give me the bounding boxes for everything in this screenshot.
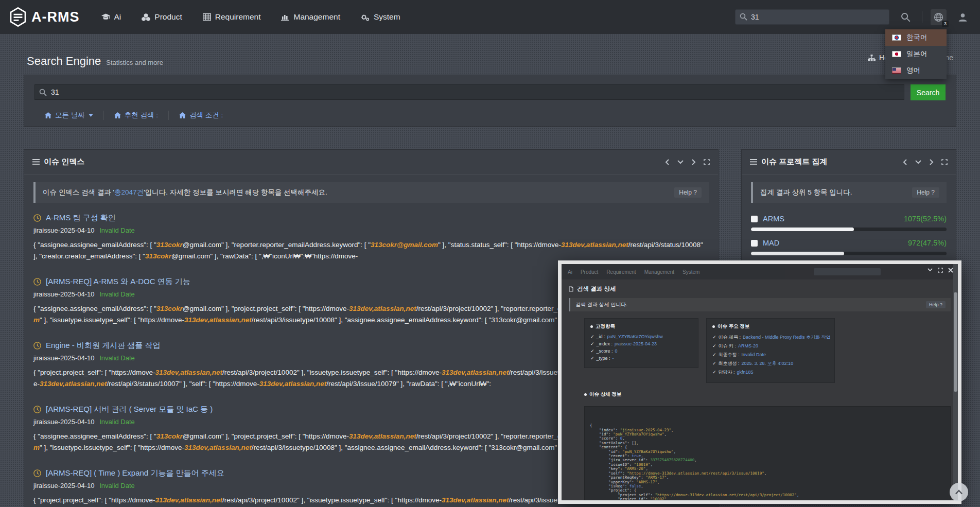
project-count: 972(47.5%) bbox=[908, 239, 947, 247]
panel-collapse-button[interactable] bbox=[677, 160, 684, 164]
field-label: 이슈 키 : bbox=[719, 343, 737, 349]
modal-collapse-button[interactable] bbox=[927, 268, 933, 273]
account-button[interactable] bbox=[955, 9, 971, 25]
search-button[interactable] bbox=[898, 9, 914, 25]
panel-prev-button[interactable] bbox=[903, 159, 907, 165]
panel-next-button[interactable] bbox=[929, 159, 934, 165]
issue-title-link[interactable]: [ARMS-REQ] 서버 관리 ( Server 모듈 및 IaC 등 ) bbox=[46, 405, 213, 414]
mini-panel-title-text: 고정항목 bbox=[596, 323, 615, 330]
navbar-search bbox=[735, 9, 889, 25]
issue-title-link[interactable]: [ARMS-REQ] A-RMS 와 A-DOC 연동 기능 bbox=[46, 277, 190, 287]
modal-close-button[interactable] bbox=[948, 268, 953, 273]
mini-menu-item: Ai bbox=[568, 269, 572, 275]
panel-collapse-button[interactable] bbox=[915, 160, 921, 164]
issue-title-link[interactable]: A-RMS 팀 구성 확인 bbox=[46, 213, 116, 223]
field-row: ✓ 담당자 : gkfn185 bbox=[712, 369, 829, 376]
scroll-to-top-button[interactable] bbox=[950, 483, 968, 501]
fixed-fields-panel: 고정항목 ✓ _id : puN_YZYBaKa7OYiqwshw ✓ _ind… bbox=[584, 318, 698, 368]
field-value: ARMS-20 bbox=[738, 343, 758, 348]
filter-label: 모든 날짜 bbox=[55, 111, 85, 120]
issue-index-date: jiraissue-2025-04-10 bbox=[33, 226, 95, 234]
navbar-divider bbox=[922, 11, 922, 23]
menu-item-system[interactable]: System bbox=[361, 12, 400, 22]
clock-icon bbox=[33, 278, 41, 286]
mini-menu-item: System bbox=[682, 269, 699, 275]
language-button[interactable]: 3 bbox=[931, 9, 947, 25]
field-value: 2025. 3. 28. 오후 4:02:10 bbox=[742, 360, 794, 367]
issue-key-info-panel: 이슈 주요 정보 ✓ 이슈 제목 : Backend - Middle Prox… bbox=[706, 318, 835, 383]
field-label: _score : bbox=[597, 348, 613, 354]
help-button[interactable]: Help ? bbox=[912, 187, 939, 198]
field-row: ✓ 최종수정 : Invalid Date bbox=[712, 352, 829, 358]
filter-all-dates[interactable]: 모든 날짜 bbox=[34, 111, 103, 120]
progress-bar bbox=[751, 228, 947, 231]
modal-title: 검색 결과 상세 bbox=[577, 285, 616, 293]
field-row: ✓ _id : puN_YZYBaKa7OYiqwshw bbox=[590, 334, 692, 339]
modal-scrollbar bbox=[953, 264, 958, 500]
app-logo[interactable]: A-RMS bbox=[9, 7, 80, 27]
project-checkbox[interactable] bbox=[751, 216, 758, 222]
search-filters: 모든 날짜 추천 검색 : 검색 조건 : bbox=[34, 104, 946, 126]
aggregation-row: MAD 972(47.5%) bbox=[751, 239, 947, 255]
field-label: 최초생성 : bbox=[719, 360, 740, 367]
issue-date-status: Invalid Date bbox=[99, 418, 135, 426]
check-icon: ✓ bbox=[712, 361, 716, 366]
menu-label: Management bbox=[293, 12, 340, 22]
search-panel: Search 모든 날짜 추천 검색 : bbox=[24, 75, 956, 127]
japan-flag-icon bbox=[892, 51, 901, 57]
check-icon: ✓ bbox=[590, 334, 594, 339]
menu-item-ai[interactable]: Ai bbox=[101, 12, 121, 22]
filter-recommended-search[interactable]: 추천 검색 : bbox=[103, 111, 168, 120]
project-checkbox[interactable] bbox=[751, 240, 758, 247]
modal-info: 검색 결과 상세 입니다. Help ? bbox=[569, 298, 951, 311]
hamburger-icon bbox=[750, 159, 757, 165]
project-label[interactable]: MAD bbox=[763, 239, 779, 247]
check-icon: ✓ bbox=[712, 335, 716, 340]
panel-expand-button[interactable] bbox=[704, 159, 710, 165]
language-item-japanese[interactable]: 일본어 bbox=[885, 46, 947, 62]
aggregation-row: ARMS 1075(52.5%) bbox=[751, 215, 947, 231]
search-input[interactable] bbox=[34, 84, 904, 100]
issue-index-date: jiraissue-2025-04-10 bbox=[33, 418, 95, 426]
issue-date-status: Invalid Date bbox=[99, 482, 135, 489]
modal-scrollbar-thumb[interactable] bbox=[954, 292, 957, 392]
language-item-english[interactable]: 영어 bbox=[885, 62, 947, 79]
field-value: gkfn185 bbox=[737, 370, 754, 375]
issue-date-status: Invalid Date bbox=[99, 290, 135, 298]
issue-title-link[interactable]: Engine - 비회원 게시판 샘플 작업 bbox=[46, 341, 161, 351]
help-button[interactable]: Help ? bbox=[674, 187, 702, 198]
menu-item-product[interactable]: Product bbox=[142, 12, 182, 22]
panel-prev-button[interactable] bbox=[665, 159, 670, 165]
check-icon: ✓ bbox=[712, 343, 716, 348]
menu-item-management[interactable]: Management bbox=[281, 12, 340, 22]
mini-menu-item: Product bbox=[581, 269, 598, 275]
page-subtitle: Statistics and more bbox=[106, 59, 163, 66]
modal-expand-button[interactable] bbox=[938, 268, 943, 273]
help-button[interactable]: Help ? bbox=[926, 301, 946, 308]
clock-icon bbox=[33, 406, 41, 413]
graduation-cap-icon bbox=[101, 13, 110, 21]
menu-item-requirement[interactable]: Requirement bbox=[203, 12, 261, 22]
search-submit-button[interactable]: Search bbox=[911, 84, 946, 100]
panel-title-text: 이슈 프로젝트 집계 bbox=[761, 157, 827, 167]
issue-title-link[interactable]: [ARMS-REQ] ( Time ) Expand 기능을 만들어 주세요 bbox=[46, 468, 224, 478]
search-icon bbox=[39, 89, 47, 96]
project-count: 1075(52.5%) bbox=[904, 215, 947, 223]
navbar-search-input[interactable] bbox=[735, 9, 889, 25]
main-menu: Ai Product Requirement Management System bbox=[101, 12, 400, 22]
panel-next-button[interactable] bbox=[691, 159, 696, 165]
panel-expand-button[interactable] bbox=[941, 159, 948, 165]
filter-label: 추천 검색 : bbox=[125, 111, 158, 120]
issue-date-status: Invalid Date bbox=[99, 226, 135, 234]
home-icon bbox=[45, 112, 51, 118]
us-flag-icon bbox=[892, 67, 901, 74]
filter-search-condition[interactable]: 검색 조건 : bbox=[168, 111, 233, 120]
bullet-icon bbox=[590, 325, 593, 328]
language-item-korean[interactable]: 한국어 bbox=[885, 29, 947, 46]
modal-mini-navbar: AiProductRequirementManagementSystem bbox=[562, 264, 958, 279]
hamburger-icon bbox=[32, 159, 40, 165]
project-label[interactable]: ARMS bbox=[763, 215, 784, 223]
brand-hex-shield-icon bbox=[9, 7, 27, 27]
check-icon: ✓ bbox=[590, 341, 594, 346]
field-row: ✓ _type : - bbox=[590, 356, 692, 361]
